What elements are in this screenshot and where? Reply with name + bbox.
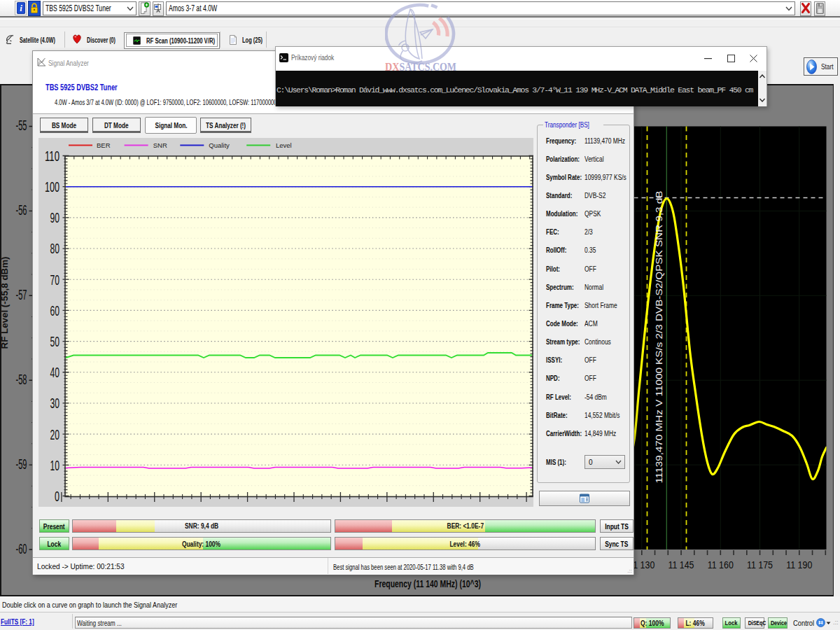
svg-text:80: 80 [50,240,60,256]
svg-text:30: 30 [50,395,60,411]
svg-text:110: 110 [45,148,59,164]
svg-text:-56: -56 [16,202,27,218]
svg-text:11 175: 11 175 [747,559,773,570]
svg-text:-59: -59 [16,456,27,472]
svg-text:90: 90 [50,209,60,225]
svg-text:i: i [20,3,22,13]
svg-text:Quality: Quality [209,141,230,149]
svg-text:-60: -60 [16,541,27,556]
svg-text:RF Level (-55,8 dBm): RF Level (-55,8 dBm) [1,257,10,349]
svg-text:60: 60 [50,302,60,318]
svg-text:-58: -58 [16,372,27,387]
svg-text:0: 0 [55,488,59,504]
svg-text:11139,470 MHz V 11000 KS/s 2/3: 11139,470 MHz V 11000 KS/s 2/3 DVB-S2/QP… [654,191,664,484]
svg-text:11 190: 11 190 [786,559,812,570]
svg-text:Level: Level [276,141,292,149]
svg-text:10: 10 [50,457,60,473]
svg-text:-55: -55 [16,118,27,133]
svg-text:SATCS.COM: SATCS.COM [400,61,457,73]
svg-text:BER: BER [97,141,111,149]
svg-text:SNR: SNR [153,141,167,149]
svg-text:40: 40 [50,364,60,380]
svg-text:100: 100 [45,178,59,195]
svg-text:70: 70 [50,272,60,288]
svg-text:11 145: 11 145 [668,559,694,570]
svg-text:11 160: 11 160 [708,559,734,570]
svg-text:50: 50 [50,333,60,349]
svg-text:Frequency (11 140 MHz) (10^3): Frequency (11 140 MHz) (10^3) [374,578,481,589]
svg-text:-57: -57 [16,287,27,302]
svg-text:DX: DX [385,61,400,73]
svg-text:20: 20 [50,426,60,442]
